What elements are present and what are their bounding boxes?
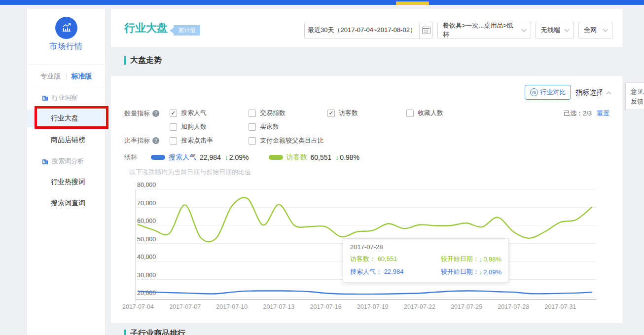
checkbox-icon: ✓: [249, 110, 256, 117]
checkbox-icon: ✓: [249, 123, 256, 131]
chevron-up-icon: [607, 91, 611, 96]
legend-change: 2.09%: [229, 153, 249, 161]
sidebar-section-label: 行业洞察: [52, 93, 77, 102]
industry-compare-button[interactable]: vs 行业对比: [525, 85, 571, 100]
tooltip-date: 2017-07-28: [350, 243, 501, 251]
help-icon[interactable]: ?: [152, 110, 159, 117]
down-arrow-icon: ↓: [479, 256, 483, 263]
svg-text:50,000: 50,000: [137, 236, 156, 243]
scope-selector[interactable]: 全网: [578, 22, 612, 38]
trend-chart-icon: [60, 22, 73, 35]
checkbox-label: 交易指数: [260, 109, 286, 117]
tab-professional[interactable]: 专业版: [36, 72, 66, 81]
sidebar-item-label: 搜索词查询: [51, 199, 85, 208]
svg-text:2017-07-04: 2017-07-04: [122, 303, 154, 310]
legend-pill-search[interactable]: [151, 155, 165, 160]
checkbox-sellers[interactable]: ✓ 卖家数: [249, 122, 279, 131]
feedback-tab[interactable]: 意见 反馈: [625, 82, 644, 110]
selected-count: 已选：2/3重置: [564, 109, 609, 118]
svg-text:2017-07-13: 2017-07-13: [263, 303, 295, 310]
checkbox-trade-index[interactable]: ✓ 交易指数: [249, 109, 286, 117]
search-analysis-icon: [42, 158, 48, 165]
date-range-selector[interactable]: 最近30天（2017-07-04~2017-08-02） 15: [304, 22, 433, 38]
terminal-selector[interactable]: 无线端: [536, 22, 574, 38]
section-marker: [124, 56, 126, 65]
svg-text:30,000: 30,000: [137, 272, 156, 279]
svg-text:60,000: 60,000: [137, 218, 156, 224]
svg-text:2017-07-25: 2017-07-25: [451, 303, 482, 310]
sidebar-item-industry-board[interactable]: 行业大盘: [27, 110, 105, 127]
svg-text:80,000: 80,000: [137, 182, 156, 188]
market-trends-logo: [55, 17, 77, 39]
checkbox-icon: ✓: [249, 137, 256, 145]
checkbox-icon: ✓: [170, 123, 177, 131]
cumulative-value-badge: 累计值: [174, 25, 200, 36]
industry-insight-icon: [42, 95, 48, 101]
app-title: 市场行情: [27, 41, 105, 52]
checkbox-label: 访客数: [339, 109, 358, 117]
checkbox-visitors[interactable]: ✓ 访客数: [327, 109, 358, 117]
help-icon[interactable]: ?: [152, 137, 159, 144]
checkbox-payment-ratio[interactable]: ✓ 支付金额较父类目占比: [249, 136, 324, 145]
quantity-indicator-label: 数量指标 ?: [124, 109, 159, 118]
checkbox-favorites[interactable]: ✓ 收藏人数: [406, 109, 443, 117]
section-title: 子行业商品排行: [130, 329, 185, 335]
badge-arrow: [170, 28, 174, 34]
svg-text:70,000: 70,000: [137, 200, 156, 207]
legend-value: 60,551: [311, 153, 332, 161]
sidebar-item-label: 行业大盘: [51, 114, 78, 123]
checkbox-label: 卖家数: [260, 122, 279, 131]
ratio-indicator-label: 比率指标 ?: [124, 136, 159, 145]
svg-text:2017-07-28: 2017-07-28: [498, 303, 529, 310]
checkbox-icon: ✓: [170, 110, 177, 117]
tooltip-row-search: 搜索人气： 22,984 较开始日期：↓2.09%: [350, 267, 501, 276]
checkbox-icon: ✓: [170, 137, 177, 145]
sidebar-item-hot-search-words[interactable]: 行业热搜词: [27, 173, 105, 191]
top-nav-bar: [0, 0, 644, 5]
divider: [27, 64, 105, 65]
checkbox-label: 搜索人气: [181, 109, 207, 117]
category-selector[interactable]: 餐饮具>一次...桌用品>纸杯: [437, 22, 531, 38]
svg-text:2017-07-07: 2017-07-07: [169, 303, 201, 310]
down-arrow-icon: ↓: [479, 268, 483, 276]
sidebar-item-label: 行业热搜词: [51, 178, 85, 186]
feedback-line: 反馈: [631, 97, 644, 107]
section-header-sub-industry: 子行业商品排行: [124, 329, 185, 335]
sidebar-item-label: 商品店铺榜: [51, 136, 85, 145]
sidebar-item-product-shop-rank[interactable]: 商品店铺榜: [27, 131, 105, 149]
calendar-icon: 15: [422, 27, 430, 34]
chart-legend: 纸杯 搜索人气 22,984 ↓ 2.09% 访客数 60,551 ↓ 0.98…: [124, 153, 379, 162]
reset-button[interactable]: 重置: [597, 110, 609, 117]
checkbox-label: 支付金额较父类目占比: [260, 136, 324, 145]
legend-pill-visitors[interactable]: [269, 155, 283, 160]
indicator-select-label: 指标选择: [575, 88, 603, 97]
svg-text:2017-07-19: 2017-07-19: [357, 303, 389, 310]
sidebar-item-search-word-query[interactable]: 搜索词查询: [27, 194, 105, 212]
sidebar: [27, 9, 105, 335]
chart-note: 以下涨跌幅均为当前日期与起始日期的比值: [129, 168, 251, 177]
checkbox-label: 加购人数: [181, 122, 207, 131]
legend-category: 纸杯: [124, 153, 137, 162]
sidebar-section-search-analysis: 搜索词分析: [27, 156, 105, 166]
checkbox-add-cart[interactable]: ✓ 加购人数: [170, 122, 207, 131]
section-title: 大盘走势: [130, 55, 162, 66]
section-marker: [124, 330, 126, 335]
svg-text:2017-07-22: 2017-07-22: [404, 303, 435, 310]
legend-name: 访客数: [286, 153, 307, 162]
svg-text:40,000: 40,000: [137, 254, 156, 261]
date-range-value: 最近30天（2017-07-04~2017-08-02）: [305, 26, 419, 35]
version-tabs: 专业版 标准版: [27, 70, 105, 83]
calendar-button[interactable]: 15: [419, 22, 432, 38]
checkbox-search-ctr[interactable]: ✓ 搜索点击率: [170, 136, 213, 145]
checkbox-icon: ✓: [327, 110, 335, 117]
svg-text:2017-07-16: 2017-07-16: [310, 303, 342, 310]
indicator-select-toggle[interactable]: 指标选择: [575, 88, 610, 97]
svg-text:2017-07-10: 2017-07-10: [216, 303, 248, 310]
feedback-line: 意见: [631, 87, 644, 97]
chevron-down-icon: [565, 27, 570, 32]
legend-value: 22,984: [200, 153, 221, 161]
tab-standard[interactable]: 标准版: [67, 72, 97, 81]
legend-change: 0.98%: [340, 153, 359, 161]
terminal-value: 无线端: [541, 26, 560, 35]
checkbox-search-popularity[interactable]: ✓ 搜索人气: [170, 109, 207, 117]
